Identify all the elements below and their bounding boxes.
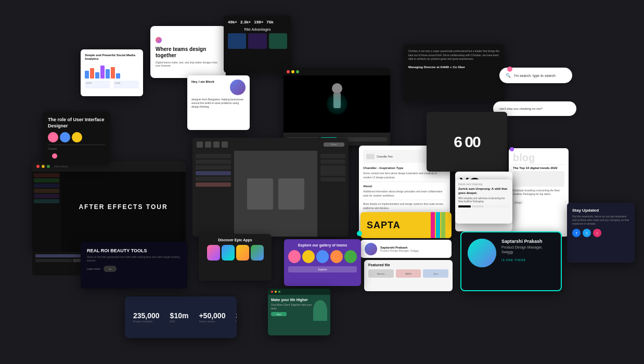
bio-card: Hey, I am Block designer from Bangalore,… [187,75,250,130]
gallery-avatar-2 [302,250,315,263]
fin-stat-1: 235,000 Project complete [133,311,160,323]
gallery-avatar-4 [330,250,343,263]
dt-tool-3[interactable] [213,141,220,148]
saptarshi-big-info: Saptarshi Prakash Product Design Manager… [501,239,555,284]
rite-stat-3: 198+ [254,20,263,24]
ae-tour-title: AFTER EFFECTS TOUR [79,203,168,211]
ve-dot-g [296,70,299,73]
fin-label-3: Area in boxes [199,320,225,323]
tl-bar-1 [35,254,84,257]
zurb-tag-3 [485,205,509,207]
em-section-2: About Additional information about desig… [363,184,446,200]
stay-text: Get the essentials, bonus so you get any… [572,215,629,226]
ae-layer-6 [34,199,59,203]
ve-figure-head [332,83,342,94]
zurb-tag-1 [458,205,471,207]
fin-stat-3: +50,000 Area in boxes [199,311,225,323]
em-section-text-1: Some content text here about design insp… [363,172,446,179]
featured-items: Maestro FAATH Tac tt [368,269,448,278]
roi-card: REAL ROI BEAUTY TOOLS Share in the fees … [81,242,187,289]
analytics-card: Simple and Powerful Social Media Analyti… [81,49,143,96]
analytics-metric-2: 4,124 [113,81,139,88]
em-section-text-2: Additional information about design prin… [363,190,446,198]
dt-prop-4 [320,177,345,181]
role-avatar-1 [48,132,58,142]
dt-tool-2[interactable] [205,141,211,148]
ae-toolbar-label: After Effects [54,165,68,168]
roi-cta-text: Learn more [87,267,100,270]
stay-icon-instagram: i [593,229,601,237]
bar-3 [95,72,99,79]
stay-updated-card: Stay Updated Get the essentials, bonus s… [567,203,635,263]
ae-dot-yellow [42,165,45,168]
dt-layer-5 [196,177,231,181]
gh-dot-y [275,291,277,293]
fin-number-2: $10m [170,311,189,320]
exp-app-3 [236,245,249,261]
dt-layer-1 [196,154,231,158]
saptarshi-big-badge: IS ONE THERE [501,258,555,262]
ae-dot-red [36,165,40,168]
ve-neon-glow [327,94,347,114]
dt-share-btn[interactable]: Share [324,142,344,147]
zurb-tags [458,205,509,207]
exp-app-1 [207,245,220,261]
gallery-avatar-1 [288,250,301,263]
ae-layer-2 [34,178,59,183]
rite-card: 49k+ 2.3k+ 198+ 76k Rite Advantages [224,16,291,73]
saptarshi-big-avatar [468,239,496,267]
ae-layer-4 [34,189,59,193]
fin-stat-2: $10m NAV [170,311,189,323]
stay-social-icons: f t i [572,229,629,237]
roi-title: REAL ROI BEAUTY TOOLS [87,248,181,253]
testimonial-card: ChriSan is not only a super passionate p… [403,44,505,101]
gh-layout: Make your life Higher One More Client To… [271,298,327,321]
bio-avatar [230,80,246,95]
rite-stats: 49k+ 2.3k+ 198+ 76k [228,20,287,24]
rite-item-2 [248,33,266,49]
dt-canvas [234,151,317,237]
zurb-tag-2 [472,205,484,207]
blog-card: blog The Top 10 digital trends 2022 Empl… [509,148,569,237]
gallery-avatar-5 [344,250,357,263]
gh-subtitle: One More Client Together with your team [271,303,313,310]
ae-tour-card: After Effects AFTER EFFECTS TOUR [32,161,186,252]
gh-dot-r [271,291,273,293]
testimonial-text: ChriSan is not only a super passionate p… [408,49,499,61]
ve-dot-y [291,70,294,73]
sapta-stripe-green [441,212,445,238]
explore-gallery-cta[interactable]: Explore [288,266,357,272]
gh-cta-btn[interactable]: Start [271,312,287,316]
video-editor-card [284,68,390,146]
dt-tool-4[interactable] [222,141,228,148]
dot-accent-3 [507,67,512,72]
tl-ctrl-1 [35,259,72,262]
roi-arrow-btn[interactable]: → [104,266,117,272]
ui-role-avatars [48,132,105,142]
dt-toolbar: Share [192,138,349,151]
ui-role-title: The role of User Interface Designer [48,117,105,129]
dt-prop-2 [320,160,345,164]
stay-icon-facebook: f [572,229,581,237]
saptarshi-small-avatar [365,243,377,255]
zurb-label: Zurick zum Ursprung [458,183,509,186]
saptarshi-big-name: Saptarshi Prakash [501,239,555,244]
blog-label: blog [513,152,564,163]
green-hero-card: Make your life Higher One More Client To… [268,289,330,335]
em-section-3: More details on implementation and desig… [363,202,446,210]
figma-hero-card: Where teams design together Digital team… [150,26,226,78]
em-section-title-2: About [363,184,446,189]
stay-icon-twitter: t [583,229,591,237]
dot-accent-4 [357,231,362,236]
blog-text: Employer branding is becoming the New Au… [513,189,564,196]
fin-label-2: NAV [170,320,189,323]
ae-dot-green [47,165,50,168]
figma-hero-title: Where teams design together [156,46,221,59]
ae-layers-panel [32,172,61,252]
explore-apps-card: Discover Epic Apps [199,234,272,281]
dt-tool-1[interactable] [197,141,203,148]
fin-number-1: 235,000 [133,311,160,320]
bar-4 [100,66,105,79]
ve-dot-r [287,70,290,73]
explore-apps-grid [203,245,267,261]
